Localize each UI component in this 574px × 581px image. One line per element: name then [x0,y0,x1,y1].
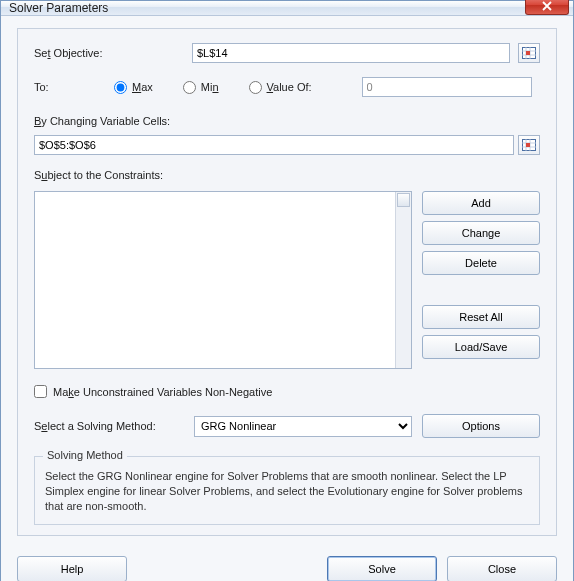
group-description: Select the GRG Nonlinear engine for Solv… [45,469,529,514]
radio-max-input[interactable] [114,81,127,94]
radio-min-input[interactable] [183,81,196,94]
method-select[interactable]: GRG Nonlinear [194,416,412,437]
radio-valueof-input[interactable] [249,81,262,94]
changing-cells-input[interactable] [34,135,514,155]
grid-ref-icon [522,47,536,59]
constraints-listbox[interactable] [34,191,412,369]
close-button[interactable]: Close [447,556,557,581]
solving-method-group: Solving Method Select the GRG Nonlinear … [34,456,540,525]
main-panel: Set Objective: To: Max Min [17,28,557,536]
radio-max[interactable]: Max [114,81,153,94]
radio-valueof[interactable]: Value Of: [249,81,312,94]
method-label: Select a Solving Method: [34,420,184,432]
scrollbar-thumb[interactable] [397,193,410,207]
to-row: To: Max Min Value Of: [34,77,540,97]
constraints-area: Add Change Delete Reset All Load/Save [34,191,540,369]
grid-ref-icon [522,139,536,151]
button-gap [422,281,540,299]
solver-dialog: Solver Parameters Set Objective: To: Max [0,0,574,581]
window-title: Solver Parameters [9,1,525,15]
dialog-body: Set Objective: To: Max Min [1,16,573,546]
unconstrained-checkbox[interactable] [34,385,47,398]
unconstrained-checkbox-row[interactable]: Make Unconstrained Variables Non-Negativ… [34,385,540,398]
radio-min[interactable]: Min [183,81,219,94]
changing-cells-label: By Changing Variable Cells: [34,115,540,127]
set-objective-row: Set Objective: [34,43,540,63]
objective-ref-button[interactable] [518,43,540,63]
group-legend: Solving Method [43,449,127,461]
listbox-scrollbar[interactable] [395,192,411,368]
changing-cells-row [34,135,540,155]
svg-rect-3 [526,143,530,147]
reset-all-button[interactable]: Reset All [422,305,540,329]
options-button[interactable]: Options [422,414,540,438]
objective-input[interactable] [192,43,510,63]
dialog-footer: Help Solve Close [1,546,573,581]
add-button[interactable]: Add [422,191,540,215]
svg-rect-1 [526,51,530,55]
valueof-input[interactable] [362,77,532,97]
close-icon [542,1,552,11]
constraint-buttons: Add Change Delete Reset All Load/Save [422,191,540,369]
help-button[interactable]: Help [17,556,127,581]
to-label: To: [34,81,84,93]
cells-ref-button[interactable] [518,135,540,155]
solve-button[interactable]: Solve [327,556,437,581]
load-save-button[interactable]: Load/Save [422,335,540,359]
window-close-button[interactable] [525,0,569,15]
titlebar: Solver Parameters [1,1,573,16]
set-objective-label: Set Objective: [34,47,184,59]
delete-button[interactable]: Delete [422,251,540,275]
method-row: Select a Solving Method: GRG Nonlinear O… [34,414,540,438]
constraints-label: Subject to the Constraints: [34,169,540,181]
change-button[interactable]: Change [422,221,540,245]
